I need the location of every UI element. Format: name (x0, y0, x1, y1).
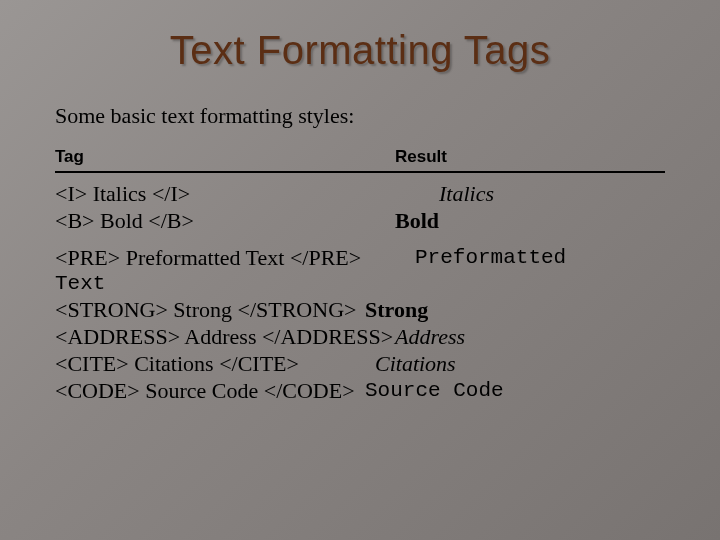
cell-result-code: Source Code (365, 378, 665, 405)
formatting-table: <I> Italics </I> Italics <B> Bold </B> B… (55, 181, 665, 404)
slide: Text Formatting Tags Some basic text for… (0, 0, 720, 540)
table-row: <I> Italics </I> Italics (55, 181, 665, 208)
slide-title: Text Formatting Tags (55, 28, 665, 73)
cell-tag-strong: <STRONG> Strong </STRONG> (55, 297, 365, 324)
cell-result-italics: Italics (395, 181, 665, 208)
table-row: <STRONG> Strong </STRONG> Strong (55, 297, 665, 324)
table-row: <ADDRESS> Address </ADDRESS> Address (55, 324, 665, 351)
cell-result-pre-wrap: Text (55, 271, 665, 297)
table-row: <B> Bold </B> Bold (55, 208, 665, 235)
table-row: <PRE> Preformatted Text </PRE> Preformat… (55, 245, 665, 272)
header-result: Result (395, 147, 665, 167)
cell-tag-code: <CODE> Source Code </CODE> (55, 378, 365, 405)
cell-tag-italics: <I> Italics </I> (55, 181, 395, 208)
cell-tag-bold: <B> Bold </B> (55, 208, 395, 235)
table-header-row: Tag Result (55, 147, 665, 173)
header-tag: Tag (55, 147, 395, 167)
table-row: <CODE> Source Code </CODE> Source Code (55, 378, 665, 405)
cell-result-strong: Strong (365, 297, 665, 324)
table-row: <CITE> Citations </CITE> Citations (55, 351, 665, 378)
spacer (55, 235, 665, 245)
cell-result-bold: Bold (395, 208, 665, 235)
cell-tag-cite: <CITE> Citations </CITE> (55, 351, 375, 378)
cell-tag-pre: <PRE> Preformatted Text </PRE> (55, 245, 415, 272)
cell-result-cite: Citations (375, 351, 665, 378)
table-row: Text (55, 271, 665, 297)
intro-text: Some basic text formatting styles: (55, 103, 665, 129)
italics-text: Italics (439, 181, 494, 206)
cell-result-address: Address (395, 324, 665, 351)
cell-result-pre: Preformatted (415, 245, 665, 272)
cell-tag-address: <ADDRESS> Address </ADDRESS> (55, 324, 395, 351)
